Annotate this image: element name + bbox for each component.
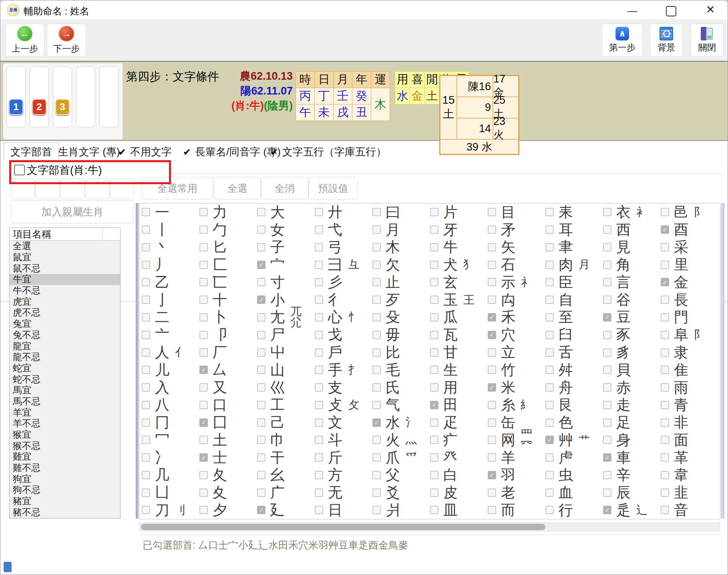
radical-checkbox[interactable]: [488, 506, 496, 514]
radical-checkbox[interactable]: [315, 278, 323, 286]
radical-checkbox[interactable]: [142, 278, 150, 286]
tab-5[interactable]: ✔文字五行（字庫五行）: [264, 144, 393, 159]
radical-checkbox[interactable]: [545, 261, 554, 269]
radical-checkbox[interactable]: [257, 348, 265, 357]
radical-checkbox[interactable]: [372, 348, 381, 357]
radical-checkbox[interactable]: [315, 243, 323, 251]
radical-checkbox[interactable]: [315, 331, 323, 339]
radical-checkbox[interactable]: [257, 331, 265, 339]
radical-checkbox[interactable]: [603, 489, 611, 497]
radical-checkbox[interactable]: [545, 208, 554, 216]
radical-checkbox[interactable]: [372, 366, 381, 374]
minimize-icon[interactable]: [627, 11, 637, 12]
radical-checkbox[interactable]: [372, 278, 381, 286]
radical-checkbox[interactable]: [603, 366, 611, 374]
radical-checkbox[interactable]: [545, 313, 554, 322]
radical-checkbox[interactable]: [488, 453, 496, 462]
radical-checkbox[interactable]: [315, 296, 323, 304]
list-item[interactable]: 兔宜: [10, 318, 120, 330]
radical-checkbox[interactable]: [488, 418, 496, 427]
radical-checkbox[interactable]: [661, 436, 669, 444]
radical-checkbox[interactable]: [257, 436, 265, 444]
radical-checkbox[interactable]: [488, 436, 496, 444]
radical-checkbox[interactable]: [315, 489, 323, 497]
radical-checkbox[interactable]: [257, 471, 265, 479]
radical-checkbox[interactable]: [142, 208, 150, 216]
radical-checkbox[interactable]: [199, 506, 208, 514]
radical-checkbox[interactable]: [315, 383, 323, 392]
radical-checkbox[interactable]: [661, 261, 669, 269]
radical-checkbox[interactable]: [661, 453, 669, 462]
radical-checkbox[interactable]: [661, 383, 669, 392]
radical-checkbox[interactable]: [545, 489, 554, 497]
list-item[interactable]: 羊宜: [10, 407, 120, 418]
radical-checkbox[interactable]: [430, 489, 438, 497]
background-button[interactable]: 背景: [650, 24, 683, 56]
radical-checkbox[interactable]: [430, 208, 438, 216]
radical-checkbox[interactable]: [372, 471, 381, 479]
radical-checkbox[interactable]: ✓: [603, 313, 611, 322]
radical-checkbox[interactable]: [488, 489, 496, 497]
radical-checkbox[interactable]: [430, 506, 438, 514]
horizontal-scrollbar[interactable]: [139, 523, 720, 531]
radical-checkbox[interactable]: [661, 348, 669, 357]
radical-checkbox[interactable]: [372, 331, 381, 339]
radical-checkbox[interactable]: [372, 243, 381, 251]
radical-checkbox[interactable]: [430, 383, 438, 392]
radical-checkbox[interactable]: [199, 489, 208, 497]
radical-checkbox[interactable]: [603, 261, 611, 269]
radical-checkbox[interactable]: [430, 348, 438, 357]
radical-checkbox[interactable]: [603, 331, 611, 339]
list-item[interactable]: 猴不忌: [10, 440, 120, 451]
radical-checkbox[interactable]: ✓: [488, 383, 496, 392]
radical-checkbox[interactable]: [545, 366, 554, 374]
step-box[interactable]: 2: [30, 66, 49, 127]
radical-checkbox[interactable]: [661, 331, 669, 339]
radical-checkbox[interactable]: [142, 383, 150, 392]
radical-checkbox[interactable]: [545, 348, 554, 357]
radical-checkbox[interactable]: [603, 348, 611, 357]
radical-checkbox[interactable]: [430, 313, 438, 322]
radical-checkbox[interactable]: [315, 506, 323, 514]
radical-checkbox[interactable]: [488, 401, 496, 409]
radical-checkbox[interactable]: ✓: [372, 418, 381, 427]
step-box[interactable]: 3: [53, 66, 72, 127]
radical-checkbox[interactable]: [661, 489, 669, 497]
select-all-button[interactable]: 全選: [214, 177, 261, 199]
radical-checkbox[interactable]: ✓: [488, 313, 496, 322]
radical-checkbox[interactable]: [545, 453, 554, 462]
list-item[interactable]: 鼠宜: [10, 252, 120, 263]
radical-checkbox[interactable]: [142, 261, 150, 269]
radical-checkbox[interactable]: [545, 278, 554, 286]
radical-checkbox[interactable]: [142, 243, 150, 251]
list-item[interactable]: 蛇宜: [10, 363, 120, 374]
radical-checkbox[interactable]: [142, 506, 150, 514]
radical-checkbox[interactable]: [545, 296, 554, 304]
list-item[interactable]: 龍宜: [10, 340, 120, 352]
clear-all-button[interactable]: 全消: [261, 177, 308, 199]
radical-checkbox[interactable]: [257, 401, 265, 409]
list-item[interactable]: 鼠不忌: [10, 263, 120, 274]
radical-checkbox[interactable]: [545, 243, 554, 251]
tab-3[interactable]: ✔不用文字: [112, 144, 178, 159]
radical-checkbox[interactable]: [372, 401, 381, 409]
radical-checkbox[interactable]: [257, 418, 265, 427]
radical-checkbox[interactable]: [603, 401, 611, 409]
back-button[interactable]: ← 上一步: [5, 24, 44, 56]
list-item[interactable]: 馬宜: [10, 385, 120, 396]
radical-checkbox[interactable]: [315, 453, 323, 462]
radical-checkbox[interactable]: [430, 225, 438, 234]
radical-checkbox[interactable]: [199, 313, 208, 322]
radical-checkbox[interactable]: [199, 383, 208, 392]
radical-checkbox[interactable]: [372, 261, 381, 269]
list-item[interactable]: 虎不忌: [10, 307, 120, 318]
radical-checkbox[interactable]: [661, 366, 669, 374]
radical-checkbox[interactable]: [142, 225, 150, 234]
radical-checkbox[interactable]: [430, 471, 438, 479]
radical-checkbox[interactable]: [661, 471, 669, 479]
radical-checkbox[interactable]: [142, 313, 150, 322]
radical-checkbox[interactable]: [430, 261, 438, 269]
radical-checkbox[interactable]: ✓: [257, 296, 265, 304]
radical-checkbox[interactable]: [257, 313, 265, 322]
radical-checkbox[interactable]: [142, 453, 150, 462]
